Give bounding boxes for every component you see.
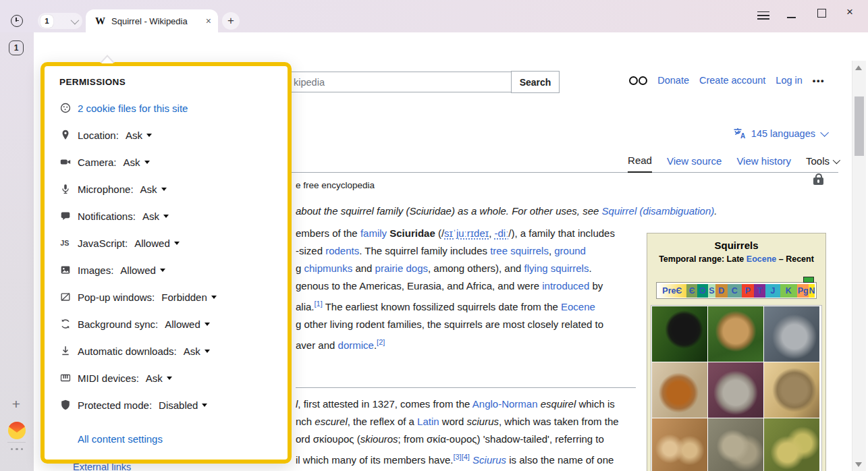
sidebar-add-button[interactable]: + [8, 397, 24, 413]
popups-value-dropdown[interactable]: Forbidden [161, 292, 217, 303]
wiki-link[interactable]: Anglo-Norman [472, 398, 538, 410]
tab-close-icon[interactable]: × [206, 16, 211, 26]
geo-period[interactable]: P [742, 284, 754, 298]
wiki-link[interactable]: Eocene [747, 254, 776, 264]
browser-tab[interactable]: W Squirrel - Wikipedia × [86, 9, 218, 32]
javascript-value-dropdown[interactable]: Allowed [134, 238, 180, 249]
geo-period[interactable]: S [708, 284, 715, 298]
geo-period[interactable]: C [728, 284, 742, 298]
etymology-paragraph: l, first attested in 1327, comes from th… [296, 395, 619, 469]
wiki-link[interactable]: [3][4] [453, 453, 469, 461]
wiki-link[interactable]: rodents [325, 245, 359, 256]
wiki-link[interactable]: family [360, 227, 387, 239]
auto-downloads-value-dropdown[interactable]: Ask [184, 345, 210, 357]
text-segment: skiouros [360, 433, 398, 445]
article-line: genous to the Americas, Eurasia, and Afr… [296, 277, 615, 295]
donate-link[interactable]: Donate [657, 75, 689, 86]
tab-title: Squirrel - Wikipedia [111, 16, 202, 26]
wiki-search-button[interactable]: Search [511, 71, 560, 93]
chevron-down-icon [833, 156, 840, 163]
geo-period[interactable]: N [809, 284, 815, 298]
squirrel-photo[interactable] [764, 418, 819, 471]
sidebar-more-icon[interactable] [8, 448, 26, 450]
location-value-dropdown[interactable]: Ask [126, 130, 152, 141]
geo-period[interactable]: T [754, 284, 766, 298]
squirrel-photo[interactable] [652, 306, 707, 362]
create-account-link[interactable]: Create account [699, 75, 765, 86]
wiki-link[interactable]: prairie dogs [375, 262, 428, 274]
wiki-link[interactable]: [1] [315, 300, 323, 308]
geo-period[interactable]: J [765, 284, 780, 298]
yandex-mail-icon[interactable] [8, 422, 26, 439]
scroll-down-arrow[interactable] [855, 462, 862, 467]
squirrel-photo[interactable] [652, 418, 707, 471]
scroll-up-arrow[interactable] [855, 65, 862, 70]
tab-read[interactable]: Read [628, 155, 652, 173]
article-line: nch escurel, the reflex of a Latin word … [296, 413, 619, 431]
text-segment: , among others), and [428, 262, 524, 274]
new-tab-button[interactable]: + [222, 12, 240, 30]
squirrel-photo[interactable] [708, 362, 763, 418]
text-segment: Temporal range: Late [659, 254, 747, 264]
wiki-link[interactable]: dormice [338, 339, 374, 351]
notifications-value-dropdown[interactable]: Ask [142, 211, 169, 222]
squirrel-photo[interactable] [764, 306, 819, 362]
wiki-link[interactable]: Squirrel (disambiguation) [602, 205, 715, 217]
geo-period[interactable]: D [715, 284, 728, 298]
wiki-link[interactable]: Eocene [561, 301, 595, 312]
menu-hamburger-icon[interactable] [757, 9, 769, 18]
tab-view-history[interactable]: View history [736, 155, 791, 172]
permission-label: Pop-up windows: [78, 292, 155, 303]
history-clock-icon[interactable] [11, 15, 23, 27]
tab-view-source[interactable]: View source [667, 155, 722, 172]
close-window-button[interactable]: × [846, 5, 853, 19]
wiki-link[interactable]: Latin [417, 416, 439, 427]
squirrel-photo[interactable] [708, 418, 763, 471]
geo-period[interactable]: O [697, 284, 708, 298]
tab-tools[interactable]: Tools [806, 155, 838, 172]
midi-value-dropdown[interactable]: Ask [146, 372, 172, 384]
all-content-settings-link[interactable]: All content settings [78, 433, 288, 445]
squirrel-photo[interactable] [652, 362, 707, 418]
scrollbar[interactable] [852, 61, 866, 471]
geo-period[interactable]: Pg [797, 284, 809, 298]
wiki-tagline: e free encyclopedia [296, 180, 375, 190]
geo-period[interactable]: Є [686, 284, 697, 298]
wiki-link[interactable]: sɪˈjuːrɪdeɪ [444, 227, 489, 239]
cookie-files-link[interactable]: 2 cookie files for this site [78, 103, 188, 114]
hatnote: about the squirrel family (Sciuridae) as… [296, 205, 717, 217]
squirrel-photo[interactable] [708, 306, 763, 362]
dropdown-caret-icon [205, 350, 210, 353]
page-protection-lock-icon[interactable] [813, 177, 823, 185]
images-value-dropdown[interactable]: Allowed [120, 265, 165, 276]
text-segment: about the squirrel family (Sciuridae) as… [296, 205, 602, 217]
wiki-link[interactable]: tree squirrels [490, 245, 549, 256]
dropdown-caret-icon [167, 377, 172, 380]
scrollbar-thumb[interactable] [855, 96, 864, 156]
permission-label: JavaScript: [78, 238, 128, 249]
user-menu-ellipsis-icon[interactable]: ••• [813, 76, 825, 86]
wiki-link[interactable]: -diː [495, 227, 509, 239]
wiki-link[interactable]: introduced [542, 280, 589, 292]
wiki-search-input[interactable] [286, 72, 512, 92]
permission-label: Camera: [78, 157, 117, 168]
squirrel-photo[interactable] [764, 362, 819, 418]
sidebar-tab-counter[interactable]: 1 [9, 40, 24, 55]
wiki-link[interactable]: [2] [377, 338, 385, 346]
geo-period[interactable]: PreЄ [658, 284, 687, 298]
wiki-link[interactable]: ground [554, 245, 586, 256]
wiki-link[interactable]: flying squirrels [524, 262, 589, 274]
background-sync-value-dropdown[interactable]: Allowed [165, 318, 210, 330]
microphone-value-dropdown[interactable]: Ask [140, 184, 167, 195]
wiki-link[interactable]: Sciurus [472, 454, 506, 466]
wiki-link[interactable]: chipmunks [304, 262, 353, 274]
minimize-button[interactable] [787, 17, 796, 18]
tab-group-button[interactable]: 1 [38, 13, 82, 29]
maximize-button[interactable] [817, 9, 826, 18]
camera-value-dropdown[interactable]: Ask [124, 157, 150, 168]
protected-mode-value-dropdown[interactable]: Disabled [159, 399, 207, 411]
appearance-glasses-icon[interactable] [629, 76, 647, 85]
languages-button[interactable]: A 145 languages [733, 128, 826, 140]
log-in-link[interactable]: Log in [776, 75, 803, 86]
geo-period[interactable]: K [780, 284, 797, 298]
